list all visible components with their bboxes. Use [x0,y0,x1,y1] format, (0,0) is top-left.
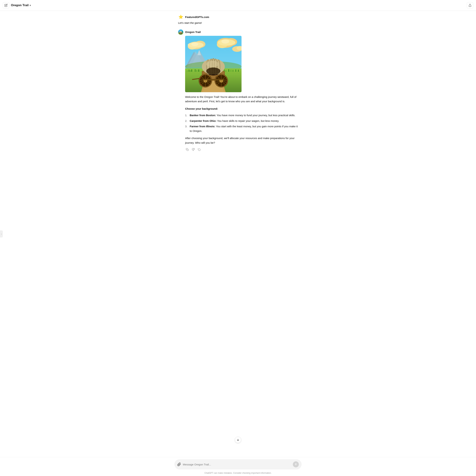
svg-point-72 [206,68,220,75]
svg-rect-44 [189,70,189,72]
message-input[interactable] [183,463,291,466]
svg-rect-47 [187,70,187,72]
svg-rect-46 [191,69,192,72]
chat-inner: ⭐ FeaturedGPTs.com Let's start the game! [174,14,302,152]
gpt-after-text: After choosing your background, we'll al… [185,136,298,145]
user-message-text: Let's start the game! [178,21,202,24]
scroll-down-button[interactable] [235,437,241,443]
option-desc: You have skills to repair your wagon, bu… [217,119,279,122]
compose-button[interactable] [3,2,9,8]
background-options-list: 1. Banker from Boston: You have more mon… [185,113,298,133]
chat-container: › ⭐ FeaturedGPTs.com Let's start the gam… [0,11,476,457]
gpt-sender-name: Oregon Trail [185,31,201,34]
option-desc: You have more money to fund your journey… [217,114,295,117]
svg-rect-48 [195,69,196,72]
gpt-message-header: Oregon Trail [178,29,298,35]
user-message-body: Let's start the game! [178,21,298,25]
message-actions [185,147,298,152]
option-text: Farmer from Illinois: You start with the… [190,124,298,133]
user-message: ⭐ FeaturedGPTs.com Let's start the game! [178,14,298,25]
svg-point-96 [221,80,222,81]
footer-text: ChatGPT can make mistakes. Consider chec… [204,472,272,474]
thumbs-down-button[interactable] [191,147,195,152]
list-item: 2. Carpenter from Ohio: You have skills … [185,119,298,123]
input-area [0,457,476,471]
option-bold: Banker from Boston: [190,114,216,117]
input-wrapper [174,459,302,469]
sidebar-toggle[interactable]: › [0,230,3,238]
list-number: 1. [185,113,189,118]
option-text: Banker from Boston: You have more money … [190,113,295,118]
copy-button[interactable] [185,147,189,152]
svg-rect-55 [233,70,233,72]
share-button[interactable] [467,2,473,8]
svg-rect-13 [182,32,183,33]
title-text: Oregon Trail [11,3,29,7]
chevron-down-icon: ▾ [30,4,31,7]
svg-rect-52 [226,70,226,72]
svg-rect-49 [197,70,197,72]
user-avatar: ⭐ [178,14,183,19]
svg-rect-57 [238,70,239,72]
footer-note: ChatGPT can make mistakes. Consider chec… [0,471,476,476]
header: Oregon Trail ▾ [0,0,476,11]
gpt-message: Oregon Trail [178,29,298,152]
svg-rect-56 [235,69,236,72]
svg-point-29 [221,39,229,44]
svg-point-84 [205,80,206,81]
gpt-intro-text: Welcome to the Oregon Trail! You're abou… [185,95,298,104]
attach-button[interactable] [177,462,181,466]
option-bold: Carpenter from Ohio: [190,119,217,122]
header-left: Oregon Trail ▾ [3,2,31,8]
user-message-header: ⭐ FeaturedGPTs.com [178,14,298,19]
user-sender-name: FeaturedGPTs.com [185,16,209,18]
gpt-avatar [178,29,183,35]
chat-title[interactable]: Oregon Trail ▾ [11,3,31,7]
gpt-message-body: Welcome to the Oregon Trail! You're abou… [178,36,298,152]
svg-point-12 [181,33,182,33]
svg-point-10 [180,33,180,33]
svg-rect-45 [190,70,191,72]
svg-rect-50 [198,69,199,72]
choose-background-header: Choose your background: [185,106,298,111]
list-number: 2. [185,119,189,123]
svg-point-71 [206,61,219,67]
svg-rect-53 [228,69,229,72]
svg-rect-100 [187,149,188,151]
svg-rect-17 [185,36,241,37]
svg-rect-18 [185,37,241,37]
list-item: 3. Farmer from Illinois: You start with … [185,124,298,133]
refresh-button[interactable] [197,147,201,152]
option-text: Carpenter from Ohio: You have skills to … [190,119,279,123]
svg-rect-19 [185,38,241,38]
svg-point-24 [191,42,198,46]
svg-point-8 [180,31,182,33]
list-number: 3. [185,124,189,133]
list-item: 1. Banker from Boston: You have more mon… [185,113,298,118]
svg-rect-16 [185,36,241,36]
svg-rect-54 [231,70,231,72]
send-button[interactable] [293,461,299,467]
wagon-image [185,36,241,92]
option-bold: Farmer from Illinois: [190,125,215,128]
